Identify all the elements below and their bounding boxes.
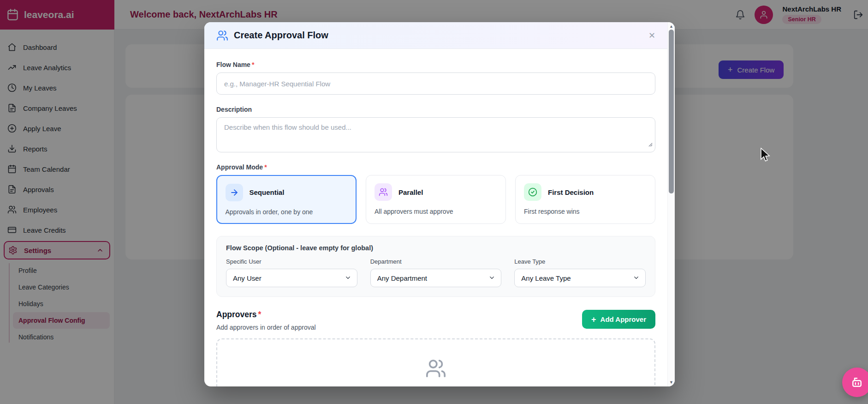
label-text: Flow Name xyxy=(216,61,250,68)
users-icon xyxy=(216,30,228,42)
approval-mode-label: Approval Mode* xyxy=(216,163,655,171)
scope-label: Department xyxy=(370,258,502,265)
users-icon xyxy=(375,183,392,201)
description-textarea[interactable] xyxy=(216,117,655,152)
modal-body: Flow Name* Description Approval Mode* xyxy=(204,49,667,386)
scope-label: Leave Type xyxy=(514,258,646,265)
scope-field-specific-user: Specific User Any User xyxy=(226,258,357,287)
flow-name-input[interactable] xyxy=(216,72,655,95)
flow-scope-title: Flow Scope (Optional - leave empty for g… xyxy=(226,244,646,252)
leave-type-select[interactable]: Any Leave Type xyxy=(514,269,646,287)
mode-card-parallel[interactable]: Parallel All approvers must approve xyxy=(366,175,506,224)
create-approval-flow-modal: Create Approval Flow ✕ Flow Name* Descri… xyxy=(204,22,675,386)
approvers-empty-dropzone xyxy=(216,338,655,386)
close-icon: ✕ xyxy=(648,31,655,40)
modal-header: Create Approval Flow ✕ xyxy=(204,22,667,49)
add-approver-button[interactable]: + Add Approver xyxy=(582,310,655,329)
users-icon xyxy=(425,358,446,379)
specific-user-select[interactable]: Any User xyxy=(226,269,357,287)
flow-name-label: Flow Name* xyxy=(216,61,655,68)
mode-card-head: Parallel xyxy=(375,183,497,201)
mode-name: First Decision xyxy=(548,188,594,196)
approvers-title: Approvers* xyxy=(216,310,316,320)
approval-mode-options: Sequential Approvals in order, one by on… xyxy=(216,175,655,224)
scope-label: Specific User xyxy=(226,258,357,265)
mode-desc: First response wins xyxy=(524,208,647,215)
scope-field-leave-type: Leave Type Any Leave Type xyxy=(514,258,646,287)
check-circle-icon xyxy=(524,183,541,201)
approvers-titles: Approvers* Add approvers in order of app… xyxy=(216,310,316,331)
modal-main: Create Approval Flow ✕ Flow Name* Descri… xyxy=(204,22,667,386)
department-select[interactable]: Any Department xyxy=(370,269,502,287)
description-group: Description xyxy=(216,106,655,152)
approval-mode-group: Approval Mode* Sequential Approvals in o… xyxy=(216,163,655,224)
label-text: Approvers xyxy=(216,310,257,319)
flow-scope-panel: Flow Scope (Optional - leave empty for g… xyxy=(216,236,655,297)
modal-scrollbar[interactable]: ▲ ▼ xyxy=(667,22,675,386)
arrow-right-icon xyxy=(226,184,243,201)
mode-card-first-decision[interactable]: First Decision First response wins xyxy=(515,175,655,224)
select-wrap: Any Leave Type xyxy=(514,269,646,287)
scroll-up-arrow[interactable]: ▲ xyxy=(668,24,675,29)
close-button[interactable]: ✕ xyxy=(648,30,655,41)
select-wrap: Any User xyxy=(226,269,357,287)
required-mark: * xyxy=(252,61,254,68)
mode-name: Parallel xyxy=(398,188,423,196)
chat-fab-button[interactable] xyxy=(842,368,868,397)
resize-handle-icon[interactable] xyxy=(648,140,653,149)
plus-icon: + xyxy=(591,315,596,324)
scrollbar-thumb[interactable] xyxy=(669,30,674,193)
mode-card-head: First Decision xyxy=(524,183,647,201)
app-root: leaveora.ai Welcome back, NextArchLabs H… xyxy=(0,0,868,404)
robot-icon xyxy=(850,375,864,389)
scope-field-department: Department Any Department xyxy=(370,258,502,287)
required-mark: * xyxy=(258,310,262,319)
approvers-hint: Add approvers in order of approval xyxy=(216,324,316,331)
mode-desc: Approvals in order, one by one xyxy=(226,208,348,216)
description-label: Description xyxy=(216,106,655,113)
mode-card-sequential[interactable]: Sequential Approvals in order, one by on… xyxy=(216,175,357,224)
required-mark: * xyxy=(264,163,267,171)
mode-card-head: Sequential xyxy=(226,184,348,201)
label-text: Approval Mode xyxy=(216,163,263,171)
approvers-header-row: Approvers* Add approvers in order of app… xyxy=(216,310,655,331)
mode-desc: All approvers must approve xyxy=(375,208,497,215)
flow-name-group: Flow Name* xyxy=(216,61,655,95)
description-wrap xyxy=(216,117,655,152)
select-wrap: Any Department xyxy=(370,269,502,287)
modal-title: Create Approval Flow xyxy=(234,30,328,41)
mode-name: Sequential xyxy=(250,188,285,196)
add-approver-label: Add Approver xyxy=(600,315,646,323)
flow-scope-grid: Specific User Any User Department xyxy=(226,258,646,287)
